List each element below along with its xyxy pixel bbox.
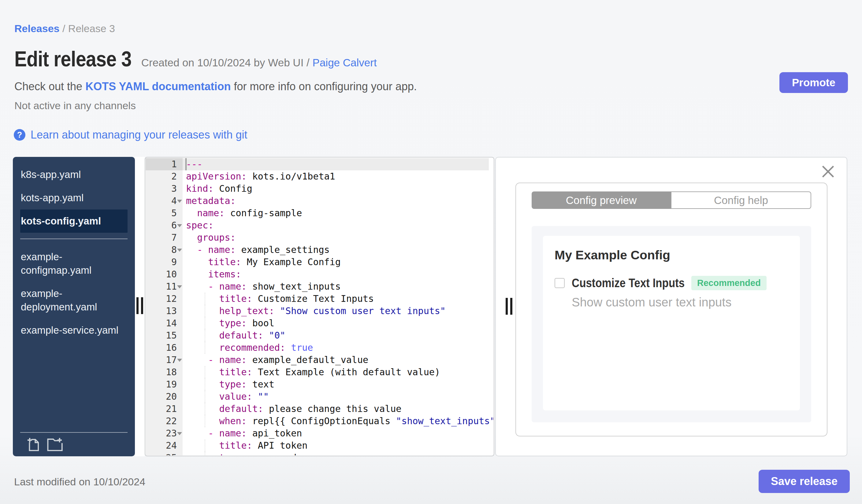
left-resize-handle[interactable] — [136, 297, 143, 314]
code-line-4: metadata: — [186, 195, 493, 207]
code-token — [285, 342, 291, 353]
code-token — [186, 330, 219, 341]
indent-guide — [205, 390, 205, 403]
gutter-line-number: 2 — [146, 170, 183, 183]
code-token: - — [208, 281, 213, 292]
code-line-2: apiVersion: kots.io/v1beta1 — [186, 170, 493, 183]
gutter-line-number: 7 — [146, 231, 183, 244]
new-folder-icon[interactable] — [47, 437, 64, 452]
file-item-example-deployment.yaml[interactable]: example-deployment.yaml — [20, 282, 128, 319]
config-preview-area: My Example Config Customize Text Inputs … — [532, 226, 811, 422]
save-release-button[interactable]: Save release — [759, 470, 850, 493]
gutter-line-number: 12 — [146, 293, 183, 305]
code-token — [186, 306, 219, 316]
edit-release-page: Releases / Release 3 Edit release 3 Crea… — [0, 0, 862, 504]
code-line-21: default: please change this value — [186, 403, 493, 415]
config-box: Config preview Config help My Example Co… — [515, 183, 827, 436]
fold-arrow-icon[interactable] — [177, 285, 182, 288]
code-token — [186, 452, 219, 455]
gutter-line-number: 16 — [146, 342, 183, 354]
new-file-icon[interactable] — [27, 437, 40, 452]
gutter-line-number: 24 — [146, 439, 183, 452]
close-icon[interactable] — [822, 165, 834, 178]
indent-guide — [205, 378, 205, 390]
fold-arrow-icon[interactable] — [177, 249, 182, 252]
code-token: name: — [208, 244, 236, 255]
code-token: title: — [219, 440, 252, 451]
indent-guide — [205, 342, 205, 354]
breadcrumb-current: Release 3 — [68, 23, 115, 34]
code-token: kind: — [186, 183, 213, 194]
breadcrumb: Releases / Release 3 — [14, 23, 115, 34]
code-token: type: — [219, 318, 247, 329]
code-token — [186, 367, 219, 377]
promote-button[interactable]: Promote — [780, 72, 848, 93]
code-token — [186, 391, 219, 402]
code-line-19: type: text — [186, 378, 493, 390]
config-group-title: My Example Config — [554, 248, 788, 262]
code-token: API token — [252, 440, 308, 451]
learn-git-link[interactable]: Learn about managing your releases with … — [30, 129, 247, 141]
gutter-line-number: 5 — [146, 207, 183, 219]
indent-guide — [205, 317, 205, 329]
fold-arrow-icon[interactable] — [177, 359, 182, 362]
code-line-6: spec: — [186, 219, 493, 231]
breadcrumb-separator: / — [62, 23, 68, 34]
gutter-line-number: 13 — [146, 305, 183, 317]
code-token — [186, 342, 219, 353]
code-token — [203, 244, 208, 255]
code-token: metadata: — [186, 196, 236, 206]
code-token: when: — [219, 416, 247, 426]
code-token: name: — [197, 208, 224, 218]
right-resize-handle[interactable] — [506, 298, 512, 315]
code-line-7: groups: — [186, 231, 493, 244]
kots-yaml-docs-link[interactable]: KOTS YAML documentation — [85, 80, 231, 93]
code-token: help_text: — [219, 306, 274, 316]
code-line-13: help_text: "Show custom user text inputs… — [186, 305, 493, 317]
code-token: bool — [247, 318, 274, 329]
fold-arrow-icon[interactable] — [177, 224, 182, 227]
code-token: title: — [208, 256, 241, 267]
code-line-12: title: Customize Text Inputs — [186, 293, 493, 305]
file-item-kots-app.yaml[interactable]: kots-app.yaml — [20, 186, 128, 210]
yaml-code-editor[interactable]: 1234567891011121314151617181920212223242… — [145, 157, 494, 456]
gutter-line-number: 21 — [146, 403, 183, 415]
code-token: groups: — [197, 232, 236, 243]
code-line-20: value: "" — [186, 390, 493, 403]
indent-guide — [205, 415, 205, 427]
indent-guide — [205, 305, 205, 317]
code-token: default: — [219, 330, 263, 341]
code-token: spec: — [186, 220, 213, 230]
code-token: show_text_inputs — [247, 281, 341, 292]
config-item-title: Customize Text Inputs — [572, 276, 685, 290]
file-item-example-service.yaml[interactable]: example-service.yaml — [20, 319, 128, 342]
left-resize-gutter — [135, 157, 145, 456]
code-token — [186, 269, 208, 279]
code-token: "Show custom user text inputs" — [280, 306, 446, 316]
question-icon: ? — [14, 129, 25, 141]
code-token — [186, 440, 219, 451]
tab-config-help[interactable]: Config help — [671, 191, 811, 209]
code-token: - — [208, 428, 213, 439]
code-token: title: — [219, 367, 252, 377]
file-item-example-configmap.yaml[interactable]: example-configmap.yaml — [20, 245, 128, 282]
tab-config-preview[interactable]: Config preview — [532, 191, 671, 209]
gutter-line-number: 10 — [146, 268, 183, 280]
fold-arrow-icon[interactable] — [177, 200, 182, 203]
author-link[interactable]: Paige Calvert — [313, 56, 377, 68]
created-on-text: Created on 10/10/2024 by Web UI / Paige … — [141, 56, 377, 69]
code-token: name: — [219, 281, 247, 292]
fold-arrow-icon[interactable] — [177, 432, 182, 435]
docs-suffix: for more info on configuring your app. — [231, 80, 417, 93]
editor-code-area[interactable]: ---apiVersion: kots.io/v1beta1kind: Conf… — [183, 158, 493, 455]
config-item-checkbox[interactable] — [554, 278, 565, 288]
code-token: Customize Text Inputs — [252, 293, 374, 304]
code-token: type: — [219, 452, 247, 455]
gutter-line-number: 22 — [146, 415, 183, 427]
file-tree-actions — [20, 432, 128, 456]
file-item-kots-config.yaml[interactable]: kots-config.yaml — [20, 210, 128, 233]
code-line-24: title: API token — [186, 439, 493, 452]
file-item-k8s-app.yaml[interactable]: k8s-app.yaml — [20, 163, 128, 186]
breadcrumb-releases-link[interactable]: Releases — [14, 23, 59, 34]
config-preview-panel: Config preview Config help My Example Co… — [495, 157, 847, 456]
